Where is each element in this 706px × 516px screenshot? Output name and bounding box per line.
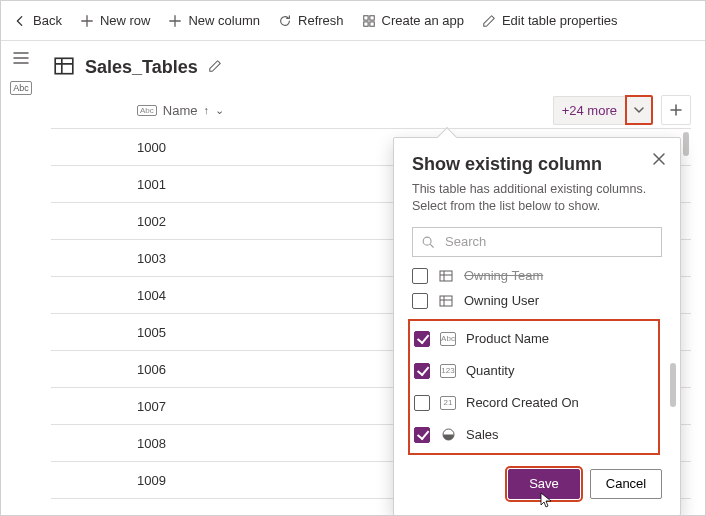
grid-scrollbar[interactable] [683, 132, 689, 156]
panel-footer: Save Cancel [412, 469, 662, 499]
column-header-name[interactable]: Abc Name ↑ ⌄ [129, 103, 395, 118]
left-rail: Abc [1, 41, 41, 515]
rail-menu-button[interactable] [12, 51, 30, 65]
svg-rect-3 [369, 21, 373, 25]
svg-rect-2 [363, 21, 367, 25]
column-header-name-label: Name [163, 103, 198, 118]
column-header-row: Abc Name ↑ ⌄ +24 more [51, 92, 691, 128]
svg-rect-6 [440, 271, 452, 281]
sort-asc-icon: ↑ [203, 104, 209, 116]
refresh-button[interactable]: Refresh [272, 9, 350, 32]
list-item[interactable]: Owning User [412, 285, 656, 317]
chevron-down-icon [633, 104, 645, 116]
table-name: Sales_Tables [85, 57, 198, 78]
cell-name: 1006 [129, 362, 395, 377]
plus-icon [670, 104, 682, 116]
more-columns-dropdown[interactable] [625, 95, 653, 125]
checkbox[interactable] [414, 395, 430, 411]
plus-icon [168, 14, 182, 28]
edit-table-props-label: Edit table properties [502, 13, 618, 28]
list-item-label: Owning Team [464, 268, 543, 283]
mouse-cursor-icon [538, 492, 554, 511]
cell-name: 1005 [129, 325, 395, 340]
list-item-label: Record Created On [466, 395, 579, 410]
checkbox[interactable] [414, 363, 430, 379]
checkbox[interactable] [414, 331, 430, 347]
save-button[interactable]: Save [508, 469, 580, 499]
hamburger-icon [13, 51, 29, 65]
back-label: Back [33, 13, 62, 28]
add-column-button[interactable] [661, 95, 691, 125]
checkbox[interactable] [412, 268, 428, 284]
new-column-label: New column [188, 13, 260, 28]
command-bar: Back New row New column Refresh Create a… [1, 1, 705, 41]
svg-rect-7 [440, 296, 452, 306]
lookup-type-icon [438, 294, 454, 308]
list-item[interactable]: Sales [414, 419, 654, 451]
list-item[interactable]: Owning Team [412, 267, 656, 285]
cell-name: 1001 [129, 177, 395, 192]
create-app-button[interactable]: Create an app [356, 9, 470, 32]
more-columns-button[interactable]: +24 more [553, 96, 625, 125]
back-button[interactable]: Back [7, 9, 68, 32]
checkbox[interactable] [412, 293, 428, 309]
pencil-icon [482, 14, 496, 28]
lookup-type-icon [438, 269, 454, 283]
pencil-icon [208, 59, 222, 73]
number-type-icon: 123 [440, 364, 456, 378]
cell-name: 1003 [129, 251, 395, 266]
panel-list-scrollbar[interactable] [670, 363, 676, 407]
list-item-label: Product Name [466, 331, 549, 346]
svg-rect-1 [369, 15, 373, 19]
panel-description: This table has additional existing colum… [412, 181, 662, 215]
close-icon [652, 152, 666, 166]
cell-name: 1009 [129, 473, 395, 488]
list-item[interactable]: 21 Record Created On [414, 387, 654, 419]
more-columns-group: +24 more [553, 95, 653, 125]
cell-name: 1007 [129, 399, 395, 414]
refresh-icon [278, 14, 292, 28]
chevron-down-icon: ⌄ [215, 104, 224, 117]
text-type-icon: Abc [440, 332, 456, 346]
table-title-bar: Sales_Tables [51, 51, 691, 92]
list-item-label: Owning User [464, 293, 539, 308]
panel-title: Show existing column [412, 154, 662, 175]
new-row-button[interactable]: New row [74, 9, 157, 32]
panel-column-list: Owning Team Owning User Abc Product Name… [412, 267, 662, 455]
panel-close-button[interactable] [652, 152, 666, 169]
rail-data-button[interactable]: Abc [10, 81, 32, 95]
new-row-label: New row [100, 13, 151, 28]
new-column-button[interactable]: New column [162, 9, 266, 32]
cell-name: 1000 [129, 140, 395, 155]
svg-point-5 [423, 237, 431, 245]
list-item-label: Quantity [466, 363, 514, 378]
cell-name: 1002 [129, 214, 395, 229]
svg-rect-4 [55, 58, 73, 73]
checkbox[interactable] [414, 427, 430, 443]
list-item[interactable]: Abc Product Name [414, 323, 654, 355]
date-type-icon: 21 [440, 396, 456, 410]
arrow-left-icon [13, 14, 27, 28]
table-icon [53, 55, 75, 80]
highlight-group: Abc Product Name 123 Quantity 21 Record … [408, 319, 660, 455]
refresh-label: Refresh [298, 13, 344, 28]
plus-icon [80, 14, 94, 28]
app-grid-icon [362, 14, 376, 28]
list-item[interactable]: 123 Quantity [414, 355, 654, 387]
svg-rect-0 [363, 15, 367, 19]
panel-search-box[interactable] [412, 227, 662, 257]
show-existing-column-panel: Show existing column This table has addi… [393, 137, 681, 516]
list-item-label: Sales [466, 427, 499, 442]
rename-table-button[interactable] [208, 59, 222, 76]
cell-name: 1008 [129, 436, 395, 451]
panel-search-input[interactable] [443, 233, 653, 250]
create-app-label: Create an app [382, 13, 464, 28]
edit-table-props-button[interactable]: Edit table properties [476, 9, 624, 32]
currency-type-icon [440, 428, 456, 442]
cancel-button[interactable]: Cancel [590, 469, 662, 499]
text-type-icon: Abc [137, 105, 157, 116]
cell-name: 1004 [129, 288, 395, 303]
search-icon [421, 235, 435, 249]
